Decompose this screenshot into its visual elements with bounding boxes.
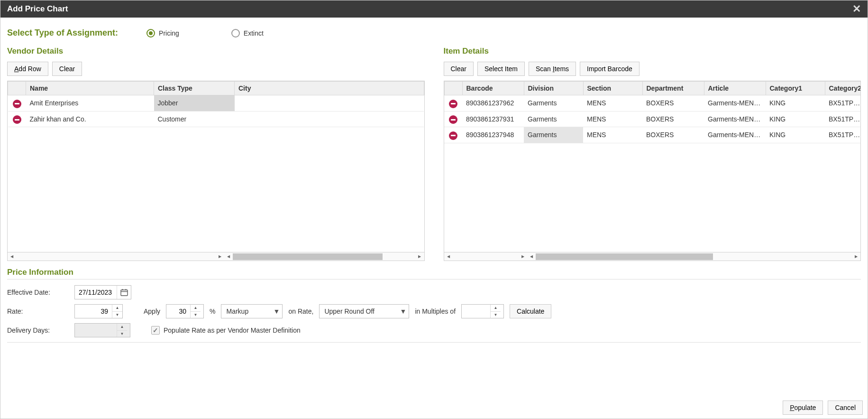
- cell-section[interactable]: MENS: [583, 111, 642, 127]
- price-chart-dialog: Add Price Chart ✕ Select Type of Assignm…: [0, 0, 868, 419]
- spin-up-icon[interactable]: ▲: [112, 305, 122, 312]
- item-hscroll[interactable]: ◀ ▶ ◀ ▶: [444, 252, 861, 261]
- scroll-left-icon[interactable]: ◀: [444, 253, 453, 261]
- table-row[interactable]: 8903861237962 Garments MENS BOXERS Garme…: [444, 95, 860, 112]
- cell-class-type[interactable]: Customer: [154, 111, 235, 127]
- cell-division[interactable]: Garments: [524, 127, 583, 143]
- cell-name[interactable]: Zahir khan and Co.: [26, 111, 154, 127]
- col-city[interactable]: City: [235, 82, 424, 95]
- cell-barcode[interactable]: 8903861237962: [462, 95, 524, 112]
- remove-row-icon[interactable]: [449, 100, 457, 108]
- col-section[interactable]: Section: [583, 82, 642, 95]
- checkbox-icon[interactable]: [151, 326, 160, 335]
- cell-department[interactable]: BOXERS: [642, 95, 704, 112]
- scroll-right-icon[interactable]: ▶: [216, 253, 224, 261]
- vendor-hscroll[interactable]: ◀ ▶ ◀ ▶: [8, 252, 424, 261]
- table-row[interactable]: Amit Enterprises Jobber: [8, 95, 424, 112]
- apply-type-combo[interactable]: Markup ▼: [221, 304, 283, 318]
- radio-extinct[interactable]: Extinct: [231, 29, 264, 37]
- scan-items-button[interactable]: Scan Items: [529, 62, 576, 76]
- col-class-type[interactable]: Class Type: [154, 82, 235, 95]
- scroll-right-icon[interactable]: ▶: [415, 253, 424, 261]
- populate-vendor-label: Populate Rate as per Vendor Master Defin…: [164, 326, 301, 334]
- cell-city[interactable]: [235, 95, 424, 112]
- cell-category2[interactable]: BX51TPK3: [825, 95, 860, 112]
- add-row-button[interactable]: Add Row: [7, 62, 48, 76]
- radio-pricing[interactable]: Pricing: [146, 29, 179, 37]
- spin-up-icon[interactable]: ▲: [191, 305, 201, 312]
- assignment-row: Select Type of Assignment: Pricing Extin…: [7, 22, 861, 47]
- vendor-clear-button[interactable]: Clear: [52, 62, 82, 76]
- table-row[interactable]: Zahir khan and Co. Customer: [8, 111, 424, 127]
- populate-vendor-checkbox[interactable]: Populate Rate as per Vendor Master Defin…: [151, 326, 301, 335]
- assignment-radio-group: Pricing Extinct: [146, 29, 264, 37]
- cell-section[interactable]: MENS: [583, 95, 642, 112]
- cell-category1[interactable]: KING: [766, 95, 825, 112]
- remove-row-icon[interactable]: [13, 100, 21, 108]
- cell-category1[interactable]: KING: [766, 111, 825, 127]
- cell-category1[interactable]: KING: [766, 127, 825, 143]
- cell-division[interactable]: Garments: [524, 111, 583, 127]
- remove-row-icon[interactable]: [13, 115, 21, 124]
- vendor-title: Vendor Details: [7, 47, 425, 56]
- spin-down-icon[interactable]: ▼: [112, 312, 122, 318]
- remove-row-icon[interactable]: [449, 115, 457, 124]
- close-icon[interactable]: ✕: [852, 3, 861, 15]
- item-grid[interactable]: Barcode Division Section Department Arti…: [444, 81, 861, 261]
- cancel-button[interactable]: Cancel: [828, 400, 863, 415]
- calculate-button[interactable]: Calculate: [510, 304, 551, 318]
- cell-category2[interactable]: BX51TPK3: [825, 127, 860, 143]
- import-barcode-button[interactable]: Import Barcode: [580, 62, 640, 76]
- cell-barcode[interactable]: 8903861237948: [462, 127, 524, 143]
- effective-date-field[interactable]: [75, 286, 117, 299]
- table-row[interactable]: 8903861237948 Garments MENS BOXERS Garme…: [444, 127, 860, 143]
- effective-date-input[interactable]: [74, 285, 131, 299]
- spin-down-icon[interactable]: ▼: [491, 312, 501, 318]
- remove-row-icon[interactable]: [449, 131, 457, 140]
- cell-section[interactable]: MENS: [583, 127, 642, 143]
- scroll-right-icon[interactable]: ▶: [852, 253, 860, 261]
- cell-article[interactable]: Garments-MENS...: [704, 95, 766, 112]
- populate-button[interactable]: Populate: [783, 400, 823, 415]
- cell-class-type[interactable]: Jobber: [154, 95, 235, 112]
- table-row[interactable]: 8903861237931 Garments MENS BOXERS Garme…: [444, 111, 860, 127]
- spin-down-icon[interactable]: ▼: [191, 312, 201, 318]
- col-category2[interactable]: Category2: [825, 82, 860, 95]
- item-title: Item Details: [444, 47, 861, 56]
- delivery-days-input[interactable]: ▲▼: [74, 323, 130, 337]
- multiples-input[interactable]: ▲▼: [461, 304, 504, 318]
- vendor-grid[interactable]: Name Class Type City Amit Enterprises Jo…: [7, 81, 425, 261]
- rate-field[interactable]: [75, 305, 112, 318]
- spin-down-icon[interactable]: ▼: [117, 331, 127, 337]
- cell-division[interactable]: Garments: [524, 95, 583, 112]
- spin-up-icon[interactable]: ▲: [117, 324, 127, 331]
- cell-city[interactable]: [235, 111, 424, 127]
- scroll-left-icon[interactable]: ◀: [8, 253, 16, 261]
- cell-department[interactable]: BOXERS: [642, 111, 704, 127]
- col-department[interactable]: Department: [642, 82, 704, 95]
- round-combo[interactable]: Upper Round Off ▼: [319, 304, 409, 318]
- radio-icon: [146, 29, 155, 37]
- col-name[interactable]: Name: [26, 82, 154, 95]
- spin-up-icon[interactable]: ▲: [491, 305, 501, 312]
- col-division[interactable]: Division: [524, 82, 583, 95]
- col-category1[interactable]: Category1: [766, 82, 825, 95]
- scroll-left-icon[interactable]: ◀: [224, 253, 233, 261]
- select-item-button[interactable]: Select Item: [477, 62, 525, 76]
- apply-value-input[interactable]: ▲▼: [166, 304, 204, 318]
- cell-article[interactable]: Garments-MENS...: [704, 127, 766, 143]
- multiples-field[interactable]: [462, 305, 490, 318]
- cell-category2[interactable]: BX51TPK3: [825, 111, 860, 127]
- cell-article[interactable]: Garments-MENS...: [704, 111, 766, 127]
- calendar-icon[interactable]: [117, 286, 131, 299]
- col-article[interactable]: Article: [704, 82, 766, 95]
- item-clear-button[interactable]: Clear: [444, 62, 474, 76]
- scroll-left-icon[interactable]: ◀: [527, 253, 536, 261]
- cell-name[interactable]: Amit Enterprises: [26, 95, 154, 112]
- rate-input[interactable]: ▲▼: [74, 304, 123, 318]
- scroll-right-icon[interactable]: ▶: [519, 253, 527, 261]
- col-barcode[interactable]: Barcode: [462, 82, 524, 95]
- apply-value-field[interactable]: [166, 305, 190, 318]
- cell-department[interactable]: BOXERS: [642, 127, 704, 143]
- cell-barcode[interactable]: 8903861237931: [462, 111, 524, 127]
